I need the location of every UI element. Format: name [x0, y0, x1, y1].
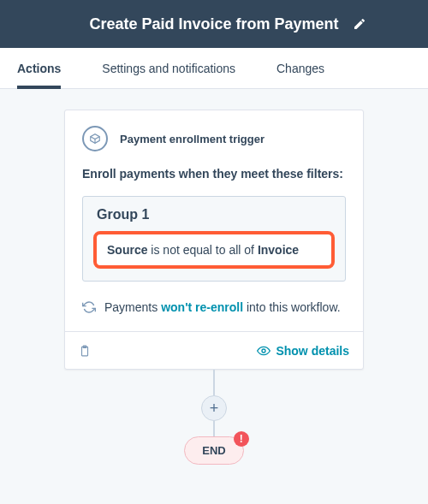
workflow-canvas: Payment enrollment trigger Enroll paymen…: [0, 89, 428, 465]
package-icon: [82, 126, 108, 151]
trigger-card-footer: Show details: [65, 331, 363, 369]
refresh-icon: [82, 300, 96, 314]
pencil-icon: [353, 17, 366, 31]
connector-line: [213, 421, 215, 436]
clipboard-icon[interactable]: [79, 344, 91, 358]
reenroll-link[interactable]: won't re-enroll: [161, 300, 243, 314]
alert-badge-icon: !: [234, 431, 249, 447]
tabs-bar: Actions Settings and notifications Chang…: [0, 48, 428, 89]
svg-point-2: [262, 349, 265, 353]
edit-title-button[interactable]: [353, 17, 366, 31]
enroll-heading: Enroll payments when they meet these fil…: [82, 165, 346, 182]
filter-group: Group 1 Source is not equal to all of In…: [82, 196, 346, 282]
filter-value: Invoice: [258, 243, 299, 257]
header-bar: Create Paid Invoice from Payment: [0, 0, 428, 48]
filter-chip[interactable]: Source is not equal to all of Invoice: [93, 231, 335, 269]
trigger-label: Payment enrollment trigger: [120, 133, 265, 145]
trigger-header-row: Payment enrollment trigger: [82, 126, 346, 151]
page-title: Create Paid Invoice from Payment: [89, 15, 338, 33]
end-node[interactable]: END !: [184, 436, 243, 465]
tab-changes[interactable]: Changes: [276, 48, 324, 88]
show-details-button[interactable]: Show details: [257, 344, 349, 358]
trigger-card-body: Payment enrollment trigger Enroll paymen…: [65, 110, 363, 331]
eye-icon: [257, 344, 270, 358]
trigger-card[interactable]: Payment enrollment trigger Enroll paymen…: [64, 110, 364, 370]
tab-actions[interactable]: Actions: [17, 48, 61, 88]
add-action-button[interactable]: +: [201, 395, 227, 421]
reenroll-text: Payments won't re-enroll into this workf…: [104, 300, 341, 314]
group-title: Group 1: [93, 207, 335, 222]
reenroll-row: Payments won't re-enroll into this workf…: [82, 300, 346, 314]
connector-line: [213, 370, 215, 395]
tab-settings[interactable]: Settings and notifications: [102, 48, 235, 88]
filter-field: Source: [107, 243, 147, 257]
